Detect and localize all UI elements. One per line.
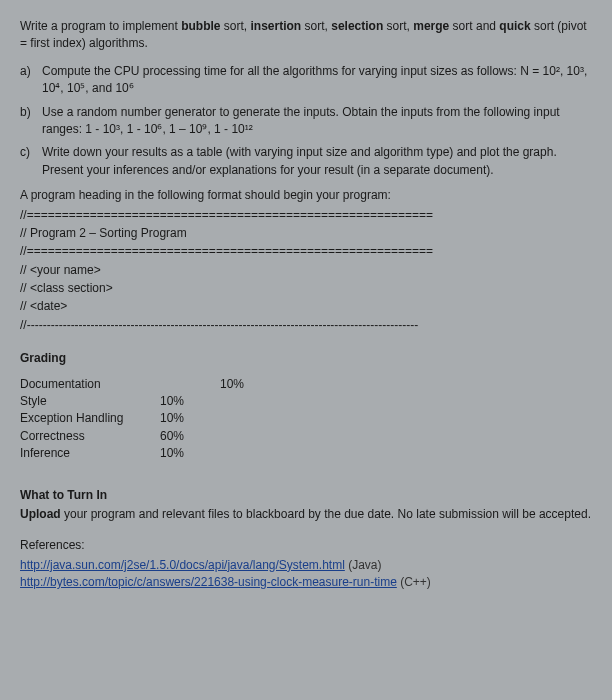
reference-paren-cpp: (C++) — [397, 575, 431, 589]
references-section: References: http://java.sun.com/j2se/1.5… — [20, 537, 592, 591]
grading-row-correctness: Correctness 60% — [20, 428, 592, 445]
grading-section: Grading Documentation 10% Style 10% Exce… — [20, 350, 592, 462]
item-a: a) Compute the CPU processing time for a… — [20, 63, 592, 98]
turnin-section: What to Turn In Upload your program and … — [20, 487, 592, 524]
grading-value: 60% — [160, 428, 220, 445]
code-line-1: //======================================… — [20, 207, 592, 224]
reference-1: http://java.sun.com/j2se/1.5.0/docs/api/… — [20, 557, 592, 574]
reference-paren-java: (Java) — [345, 558, 382, 572]
grading-label: Documentation — [20, 376, 160, 393]
item-c: c) Write down your results as a table (w… — [20, 144, 592, 179]
item-a-label: a) — [20, 63, 42, 98]
code-line-3: //======================================… — [20, 243, 592, 260]
intro-bold-quick: quick — [499, 19, 530, 33]
grading-label: Correctness — [20, 428, 160, 445]
code-header-block: //======================================… — [20, 207, 592, 335]
grading-value: 10% — [220, 376, 280, 393]
code-line-6: // <date> — [20, 298, 592, 315]
item-b-label: b) — [20, 104, 42, 139]
turnin-title: What to Turn In — [20, 487, 592, 504]
intro-bold-bubble: bubble — [181, 19, 220, 33]
item-b-text: Use a random number generator to generat… — [42, 104, 592, 139]
reference-link-java[interactable]: http://java.sun.com/j2se/1.5.0/docs/api/… — [20, 558, 345, 572]
grading-row-inference: Inference 10% — [20, 445, 592, 462]
grading-label: Inference — [20, 445, 160, 462]
intro-bold-merge: merge — [413, 19, 449, 33]
turnin-text: Upload your program and relevant files t… — [20, 506, 592, 523]
grading-row-style: Style 10% — [20, 393, 592, 410]
item-b: b) Use a random number generator to gene… — [20, 104, 592, 139]
code-line-5: // <class section> — [20, 280, 592, 297]
grading-label: Exception Handling — [20, 410, 160, 427]
reference-link-cpp[interactable]: http://bytes.com/topic/c/answers/221638-… — [20, 575, 397, 589]
intro-text: Write a program to implement — [20, 19, 181, 33]
grading-value: 10% — [160, 410, 220, 427]
item-list: a) Compute the CPU processing time for a… — [20, 63, 592, 179]
turnin-upload-bold: Upload — [20, 507, 61, 521]
item-c-text: Write down your results as a table (with… — [42, 144, 592, 179]
grading-row-exception: Exception Handling 10% — [20, 410, 592, 427]
heading-instruction: A program heading in the following forma… — [20, 187, 592, 204]
grading-row-documentation: Documentation 10% — [20, 376, 592, 393]
code-line-7: //--------------------------------------… — [20, 317, 592, 334]
reference-2: http://bytes.com/topic/c/answers/221638-… — [20, 574, 592, 591]
grading-value: 10% — [160, 445, 220, 462]
grading-value: 10% — [160, 393, 220, 410]
grading-title: Grading — [20, 350, 592, 367]
intro-bold-selection: selection — [331, 19, 383, 33]
grading-label: Style — [20, 393, 160, 410]
item-a-text: Compute the CPU processing time for all … — [42, 63, 592, 98]
intro-bold-insertion: insertion — [251, 19, 302, 33]
code-line-4: // <your name> — [20, 262, 592, 279]
intro-paragraph: Write a program to implement bubble sort… — [20, 18, 592, 53]
item-c-label: c) — [20, 144, 42, 179]
code-line-2: // Program 2 – Sorting Program — [20, 225, 592, 242]
references-title: References: — [20, 537, 592, 554]
